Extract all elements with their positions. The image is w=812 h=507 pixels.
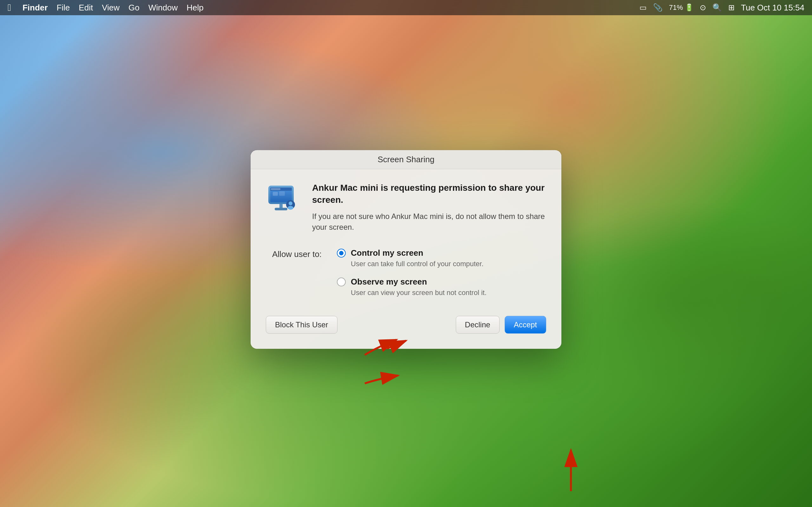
dialog-body: Ankur Mac mini is requesting permission … bbox=[251, 169, 561, 349]
dialog-sub-text: If you are not sure who Ankur Mac mini i… bbox=[312, 211, 546, 233]
svg-rect-4 bbox=[273, 192, 278, 196]
dialog-content-row: Ankur Mac mini is requesting permission … bbox=[266, 182, 546, 233]
block-user-button[interactable]: Block This User bbox=[266, 316, 338, 334]
menubar-view[interactable]: View bbox=[102, 3, 119, 13]
radio-observe-desc: User can view your screen but not contro… bbox=[351, 289, 487, 297]
radio-control-input[interactable] bbox=[337, 249, 346, 258]
svg-point-10 bbox=[288, 206, 293, 210]
menubar:  Finder File Edit View Go Window Help ▭… bbox=[0, 0, 812, 15]
menubar-edit[interactable]: Edit bbox=[79, 3, 93, 13]
right-button-group: Decline Accept bbox=[456, 316, 546, 334]
screen-record-icon: ▭ bbox=[640, 3, 647, 12]
svg-rect-5 bbox=[279, 191, 285, 196]
radio-control-label: Control my screen bbox=[351, 248, 484, 258]
radio-control-desc: User can take full control of your compu… bbox=[351, 260, 484, 268]
dialog-buttons: Block This User Decline Accept bbox=[266, 314, 546, 334]
radio-option-observe[interactable]: Observe my screen User can view your scr… bbox=[337, 277, 546, 297]
screen-sharing-app-icon bbox=[266, 182, 301, 217]
battery-indicator: 71% 🔋 bbox=[669, 3, 693, 12]
svg-rect-6 bbox=[280, 204, 283, 209]
accept-button[interactable]: Accept bbox=[505, 316, 546, 334]
search-icon[interactable]: 🔍 bbox=[712, 3, 722, 12]
dialog-titlebar: Screen Sharing bbox=[251, 150, 561, 169]
battery-icon: 🔋 bbox=[685, 3, 693, 12]
radio-section: Allow user to: Control my screen User ca… bbox=[266, 248, 546, 297]
svg-rect-3 bbox=[271, 188, 281, 190]
decline-button[interactable]: Decline bbox=[456, 316, 500, 334]
radio-observe-label: Observe my screen bbox=[351, 277, 487, 287]
menubar-window[interactable]: Window bbox=[148, 3, 177, 13]
menubar-left:  Finder File Edit View Go Window Help bbox=[8, 2, 204, 13]
radio-observe-input[interactable] bbox=[337, 278, 346, 286]
dialog-title: Screen Sharing bbox=[377, 155, 434, 164]
dialog-text-block: Ankur Mac mini is requesting permission … bbox=[312, 182, 546, 233]
svg-point-9 bbox=[289, 202, 293, 205]
radio-options: Control my screen User can take full con… bbox=[337, 248, 546, 297]
allow-user-label: Allow user to: bbox=[272, 248, 322, 259]
radio-observe-text: Observe my screen User can view your scr… bbox=[351, 277, 487, 297]
screen-sharing-dialog: Screen Sharing bbox=[251, 150, 561, 349]
wifi-icon[interactable]: ⊙ bbox=[700, 3, 706, 12]
apple-menu-icon[interactable]:  bbox=[8, 2, 11, 13]
battery-percent: 71% bbox=[669, 3, 683, 12]
menubar-right: ▭ 📎 71% 🔋 ⊙ 🔍 ⊞ Tue Oct 10 15:54 bbox=[640, 3, 804, 13]
svg-rect-7 bbox=[275, 208, 287, 210]
dialog-main-text: Ankur Mac mini is requesting permission … bbox=[312, 182, 546, 206]
radio-option-control[interactable]: Control my screen User can take full con… bbox=[337, 248, 546, 268]
menubar-file[interactable]: File bbox=[56, 3, 70, 13]
menubar-app-name[interactable]: Finder bbox=[22, 3, 48, 13]
paperclip-icon: 📎 bbox=[653, 3, 663, 12]
menubar-help[interactable]: Help bbox=[187, 3, 203, 13]
menubar-go[interactable]: Go bbox=[129, 3, 140, 13]
menubar-datetime: Tue Oct 10 15:54 bbox=[741, 3, 804, 13]
control-center-icon[interactable]: ⊞ bbox=[728, 3, 734, 12]
radio-control-text: Control my screen User can take full con… bbox=[351, 248, 484, 268]
